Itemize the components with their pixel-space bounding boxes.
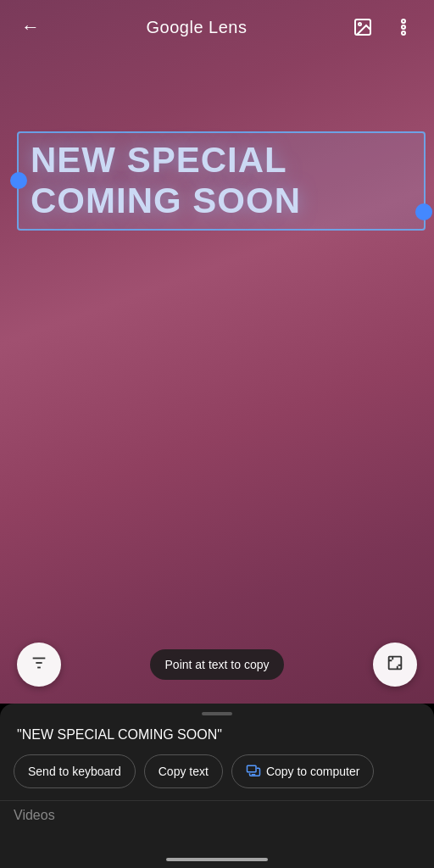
gallery-icon — [353, 17, 373, 37]
action-buttons: Send to keyboard Copy text Copy to compu… — [0, 743, 434, 800]
selection-handle-right[interactable] — [415, 203, 432, 220]
top-bar: ← Google Lens — [0, 0, 434, 54]
bottom-sheet: "NEW SPECIAL COMING SOON" Send to keyboa… — [0, 704, 434, 868]
top-right-icons — [346, 10, 420, 44]
copy-text-button[interactable]: Copy text — [144, 754, 223, 788]
crop-icon — [386, 654, 404, 676]
copy-text-label: Copy text — [159, 765, 209, 778]
svg-rect-8 — [389, 656, 402, 669]
svg-point-3 — [402, 25, 405, 29]
selection-box: NEW SPECIAL COMING SOON — [17, 131, 426, 231]
detected-text: "NEW SPECIAL COMING SOON" — [0, 715, 239, 743]
bottom-controls: Point at text to copy — [0, 643, 434, 687]
send-to-keyboard-label: Send to keyboard — [28, 765, 121, 778]
copy-to-computer-button[interactable]: Copy to computer — [231, 754, 375, 788]
svg-point-1 — [359, 23, 361, 25]
selected-text-display: NEW SPECIAL COMING SOON — [31, 140, 412, 222]
home-indicator — [166, 858, 268, 861]
more-icon — [393, 17, 414, 37]
back-button[interactable]: ← — [14, 10, 47, 44]
app-title: Google Lens — [147, 18, 248, 37]
crop-button[interactable] — [373, 643, 417, 687]
selection-handle-left[interactable] — [10, 172, 27, 189]
videos-row: Videos — [0, 800, 434, 830]
svg-point-2 — [402, 19, 405, 23]
tooltip-label: Point at text to copy — [150, 649, 285, 680]
text-selection-overlay: NEW SPECIAL COMING SOON — [17, 131, 426, 231]
copy-to-computer-label: Copy to computer — [266, 765, 360, 778]
filter-icon — [30, 654, 48, 676]
svg-point-4 — [402, 31, 405, 35]
send-to-keyboard-button[interactable]: Send to keyboard — [14, 754, 136, 788]
filter-button[interactable] — [17, 643, 61, 687]
svg-rect-9 — [247, 765, 256, 772]
copy-to-computer-icon — [246, 764, 261, 779]
camera-view: ← Google Lens NEW SPE — [0, 0, 434, 704]
gallery-button[interactable] — [346, 10, 380, 44]
back-icon: ← — [21, 16, 40, 38]
videos-label: Videos — [14, 808, 55, 823]
more-button[interactable] — [387, 10, 420, 44]
